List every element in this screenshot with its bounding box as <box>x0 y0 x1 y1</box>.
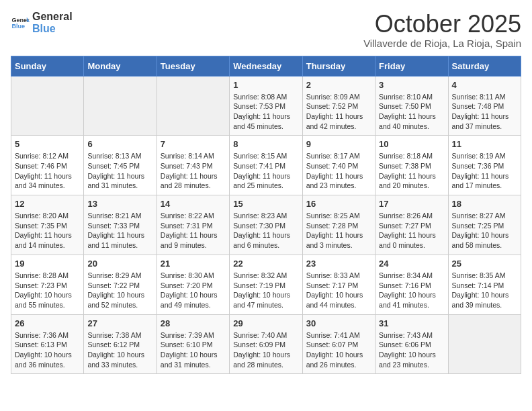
svg-text:Blue: Blue <box>11 23 25 30</box>
logo-icon: General Blue <box>11 13 30 32</box>
day-number: 15 <box>233 199 298 209</box>
day-info: Sunrise: 8:27 AMSunset: 7:25 PMDaylight:… <box>452 211 517 250</box>
day-info: Sunrise: 8:12 AMSunset: 7:46 PMDaylight:… <box>15 151 80 191</box>
day-number: 1 <box>233 80 298 90</box>
calendar-cell: 4Sunrise: 8:11 AMSunset: 7:48 PMDaylight… <box>448 76 521 136</box>
title-block: October 2025 Villaverde de Rioja, La Rio… <box>363 11 521 49</box>
day-info: Sunrise: 8:20 AMSunset: 7:35 PMDaylight:… <box>15 211 80 250</box>
weekday-header-sunday: Sunday <box>11 56 84 76</box>
logo: General Blue General Blue <box>11 11 73 34</box>
calendar-cell: 12Sunrise: 8:20 AMSunset: 7:35 PMDayligh… <box>11 195 84 255</box>
day-info: Sunrise: 8:29 AMSunset: 7:22 PMDaylight:… <box>87 271 152 310</box>
day-number: 27 <box>87 318 152 328</box>
day-number: 2 <box>306 80 371 90</box>
day-number: 24 <box>379 259 444 269</box>
calendar-week-5: 26Sunrise: 7:36 AMSunset: 6:13 PMDayligh… <box>11 314 521 374</box>
day-info: Sunrise: 7:38 AMSunset: 6:12 PMDaylight:… <box>87 330 152 370</box>
day-info: Sunrise: 8:30 AMSunset: 7:20 PMDaylight:… <box>161 271 226 310</box>
day-info: Sunrise: 8:11 AMSunset: 7:48 PMDaylight:… <box>452 92 517 132</box>
day-info: Sunrise: 8:23 AMSunset: 7:30 PMDaylight:… <box>233 211 298 250</box>
day-number: 18 <box>452 199 517 209</box>
calendar-cell: 3Sunrise: 8:10 AMSunset: 7:50 PMDaylight… <box>375 76 448 136</box>
calendar-cell: 30Sunrise: 7:41 AMSunset: 6:07 PMDayligh… <box>302 314 375 374</box>
day-number: 9 <box>306 139 371 149</box>
calendar-cell: 31Sunrise: 7:43 AMSunset: 6:06 PMDayligh… <box>375 314 448 374</box>
calendar-body: 1Sunrise: 8:08 AMSunset: 7:53 PMDaylight… <box>11 76 521 374</box>
calendar-cell: 14Sunrise: 8:22 AMSunset: 7:31 PMDayligh… <box>157 195 229 255</box>
calendar-cell: 29Sunrise: 7:40 AMSunset: 6:09 PMDayligh… <box>230 314 302 374</box>
day-number: 10 <box>379 139 444 149</box>
day-info: Sunrise: 8:33 AMSunset: 7:17 PMDaylight:… <box>306 271 371 310</box>
calendar-cell: 20Sunrise: 8:29 AMSunset: 7:22 PMDayligh… <box>84 255 157 314</box>
calendar-week-3: 12Sunrise: 8:20 AMSunset: 7:35 PMDayligh… <box>11 195 521 255</box>
weekday-header-saturday: Saturday <box>448 56 521 76</box>
calendar-cell: 22Sunrise: 8:32 AMSunset: 7:19 PMDayligh… <box>230 255 302 314</box>
day-info: Sunrise: 8:35 AMSunset: 7:14 PMDaylight:… <box>452 271 517 310</box>
day-number: 16 <box>306 199 371 209</box>
weekday-header-thursday: Thursday <box>302 56 375 76</box>
calendar-cell: 21Sunrise: 8:30 AMSunset: 7:20 PMDayligh… <box>157 255 229 314</box>
day-number: 8 <box>233 139 298 149</box>
month-title: October 2025 <box>363 11 521 38</box>
day-info: Sunrise: 8:08 AMSunset: 7:53 PMDaylight:… <box>233 92 298 132</box>
calendar-cell: 16Sunrise: 8:25 AMSunset: 7:28 PMDayligh… <box>302 195 375 255</box>
weekday-header-tuesday: Tuesday <box>157 56 229 76</box>
day-info: Sunrise: 8:13 AMSunset: 7:45 PMDaylight:… <box>87 151 152 191</box>
day-info: Sunrise: 8:25 AMSunset: 7:28 PMDaylight:… <box>306 211 371 250</box>
day-info: Sunrise: 7:40 AMSunset: 6:09 PMDaylight:… <box>233 330 298 370</box>
calendar-cell <box>11 76 84 136</box>
day-number: 20 <box>87 259 152 269</box>
calendar-cell: 27Sunrise: 7:38 AMSunset: 6:12 PMDayligh… <box>84 314 157 374</box>
day-number: 23 <box>306 259 371 269</box>
calendar-cell: 24Sunrise: 8:34 AMSunset: 7:16 PMDayligh… <box>375 255 448 314</box>
calendar-cell: 13Sunrise: 8:21 AMSunset: 7:33 PMDayligh… <box>84 195 157 255</box>
logo-general: General <box>32 11 73 23</box>
location-subtitle: Villaverde de Rioja, La Rioja, Spain <box>363 38 521 49</box>
day-number: 12 <box>15 199 80 209</box>
day-number: 14 <box>161 199 226 209</box>
day-number: 28 <box>161 318 226 328</box>
day-info: Sunrise: 8:14 AMSunset: 7:43 PMDaylight:… <box>161 151 226 191</box>
day-number: 4 <box>452 80 517 90</box>
day-info: Sunrise: 8:19 AMSunset: 7:36 PMDaylight:… <box>452 151 517 191</box>
calendar-cell: 7Sunrise: 8:14 AMSunset: 7:43 PMDaylight… <box>157 136 229 195</box>
day-number: 25 <box>452 259 517 269</box>
day-info: Sunrise: 8:26 AMSunset: 7:27 PMDaylight:… <box>379 211 444 250</box>
calendar-cell: 11Sunrise: 8:19 AMSunset: 7:36 PMDayligh… <box>448 136 521 195</box>
calendar-cell: 6Sunrise: 8:13 AMSunset: 7:45 PMDaylight… <box>84 136 157 195</box>
day-number: 13 <box>87 199 152 209</box>
calendar-cell <box>157 76 229 136</box>
day-number: 6 <box>87 139 152 149</box>
calendar-cell <box>84 76 157 136</box>
day-info: Sunrise: 8:10 AMSunset: 7:50 PMDaylight:… <box>379 92 444 132</box>
day-number: 3 <box>379 80 444 90</box>
calendar-cell: 1Sunrise: 8:08 AMSunset: 7:53 PMDaylight… <box>230 76 302 136</box>
calendar-cell: 19Sunrise: 8:28 AMSunset: 7:23 PMDayligh… <box>11 255 84 314</box>
calendar-cell: 10Sunrise: 8:18 AMSunset: 7:38 PMDayligh… <box>375 136 448 195</box>
day-number: 21 <box>161 259 226 269</box>
day-info: Sunrise: 8:18 AMSunset: 7:38 PMDaylight:… <box>379 151 444 191</box>
day-number: 11 <box>452 139 517 149</box>
page-header: General Blue General Blue October 2025 V… <box>11 11 521 49</box>
calendar-cell: 15Sunrise: 8:23 AMSunset: 7:30 PMDayligh… <box>230 195 302 255</box>
day-info: Sunrise: 8:34 AMSunset: 7:16 PMDaylight:… <box>379 271 444 310</box>
day-number: 22 <box>233 259 298 269</box>
calendar-cell: 8Sunrise: 8:15 AMSunset: 7:41 PMDaylight… <box>230 136 302 195</box>
calendar-cell: 17Sunrise: 8:26 AMSunset: 7:27 PMDayligh… <box>375 195 448 255</box>
calendar-cell: 18Sunrise: 8:27 AMSunset: 7:25 PMDayligh… <box>448 195 521 255</box>
calendar-cell: 26Sunrise: 7:36 AMSunset: 6:13 PMDayligh… <box>11 314 84 374</box>
weekday-header-row: SundayMondayTuesdayWednesdayThursdayFrid… <box>11 56 521 76</box>
calendar-header: SundayMondayTuesdayWednesdayThursdayFrid… <box>11 56 521 76</box>
day-number: 19 <box>15 259 80 269</box>
day-info: Sunrise: 8:17 AMSunset: 7:40 PMDaylight:… <box>306 151 371 191</box>
calendar-cell: 2Sunrise: 8:09 AMSunset: 7:52 PMDaylight… <box>302 76 375 136</box>
weekday-header-wednesday: Wednesday <box>230 56 302 76</box>
day-info: Sunrise: 7:43 AMSunset: 6:06 PMDaylight:… <box>379 330 444 370</box>
day-number: 29 <box>233 318 298 328</box>
day-info: Sunrise: 8:21 AMSunset: 7:33 PMDaylight:… <box>87 211 152 250</box>
weekday-header-friday: Friday <box>375 56 448 76</box>
day-number: 5 <box>15 139 80 149</box>
calendar-week-2: 5Sunrise: 8:12 AMSunset: 7:46 PMDaylight… <box>11 136 521 195</box>
calendar-cell: 28Sunrise: 7:39 AMSunset: 6:10 PMDayligh… <box>157 314 229 374</box>
logo-blue: Blue <box>32 23 73 35</box>
